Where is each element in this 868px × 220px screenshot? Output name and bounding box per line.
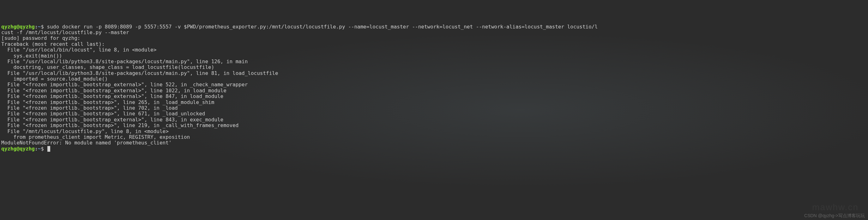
prompt-path: ~: [38, 24, 41, 30]
output-line: File "/usr/local/bin/locust", line 8, in…: [1, 47, 867, 53]
prompt-path: ~: [38, 146, 41, 152]
prompt-dollar: $: [41, 146, 47, 152]
output-line: File "<frozen importlib._bootstrap>", li…: [1, 100, 867, 105]
output-line: from prometheus_client import Metric, RE…: [1, 134, 867, 140]
prompt-line-2[interactable]: qyzhg@qyzhg:~$: [1, 146, 867, 152]
output-line: [sudo] password for qyzhg:: [1, 35, 867, 41]
command-text-2: cust -f /mnt/locust/locustfile.py --mast…: [1, 30, 867, 35]
output-line: File "<frozen importlib._bootstrap_exter…: [1, 82, 867, 87]
watermark-text: CSDN @qyzhg->写点博客玩玩: [804, 213, 865, 218]
output-line: File "<frozen importlib._bootstrap>", li…: [1, 105, 867, 111]
command-text-1: sudo docker run -p 8089:8089 -p 5557:555…: [47, 24, 598, 30]
prompt-user: qyzhg@qyzhg: [1, 24, 35, 30]
output-line: File "<frozen importlib._bootstrap>", li…: [1, 122, 867, 128]
output-line: ModuleNotFoundError: No module named 'pr…: [1, 140, 867, 146]
output-line: imported = source.load_module(): [1, 76, 867, 82]
output-line: docstring, user_classes, shape_class = l…: [1, 64, 867, 70]
command-line-1[interactable]: qyzhg@qyzhg:~$ sudo docker run -p 8089:8…: [1, 24, 867, 30]
output-line: Traceback (most recent call last):: [1, 42, 867, 47]
prompt-sep: :: [35, 24, 38, 30]
output-line: File "/usr/local/lib/python3.8/site-pack…: [1, 59, 867, 64]
prompt-dollar: $: [41, 24, 47, 30]
prompt-user: qyzhg@qyzhg: [1, 146, 35, 152]
output-line: File "/mnt/locust/locustfile.py", line 8…: [1, 129, 867, 134]
output-line: File "<frozen importlib._bootstrap>", li…: [1, 111, 867, 117]
output-line: File "<frozen importlib._bootstrap_exter…: [1, 93, 867, 99]
output-line: File "<frozen importlib._bootstrap_exter…: [1, 117, 867, 122]
output-line: sys.exit(main()): [1, 53, 867, 59]
prompt-sep: :: [35, 146, 38, 152]
output-line: File "<frozen importlib._bootstrap_exter…: [1, 88, 867, 93]
output-line: File "/usr/local/lib/python3.8/site-pack…: [1, 71, 867, 76]
cursor-icon: [48, 146, 50, 152]
watermark-background: mawhw.cn: [812, 202, 859, 213]
